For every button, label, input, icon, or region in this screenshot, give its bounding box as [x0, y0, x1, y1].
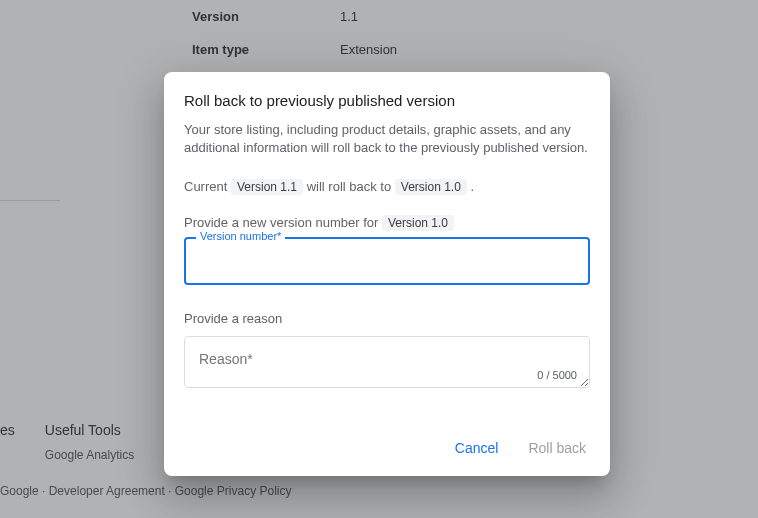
current-version-chip: Version 1.1	[231, 179, 303, 195]
mid-text: will roll back to	[307, 179, 392, 194]
dialog-title: Roll back to previously published versio…	[184, 92, 590, 109]
version-field-lead: Provide a new version number for Version…	[184, 215, 590, 231]
rollback-summary-line: Current Version 1.1 will roll back to Ve…	[184, 179, 590, 195]
target-version-chip: Version 1.0	[395, 179, 467, 195]
provide-version-chip: Version 1.0	[382, 215, 454, 231]
rollback-button[interactable]: Roll back	[524, 434, 590, 462]
rollback-dialog: Roll back to previously published versio…	[164, 72, 610, 476]
cancel-button[interactable]: Cancel	[451, 434, 503, 462]
version-number-field: Version number*	[184, 237, 590, 285]
reason-section-label: Provide a reason	[184, 311, 590, 326]
version-floating-label: Version number*	[196, 230, 285, 242]
char-counter: 0 / 5000	[537, 369, 577, 381]
reason-field: 0 / 5000	[184, 336, 590, 388]
version-number-input[interactable]	[186, 239, 588, 283]
dialog-description: Your store listing, including product de…	[184, 121, 590, 157]
current-label: Current	[184, 179, 227, 194]
reason-textarea[interactable]	[185, 337, 589, 387]
